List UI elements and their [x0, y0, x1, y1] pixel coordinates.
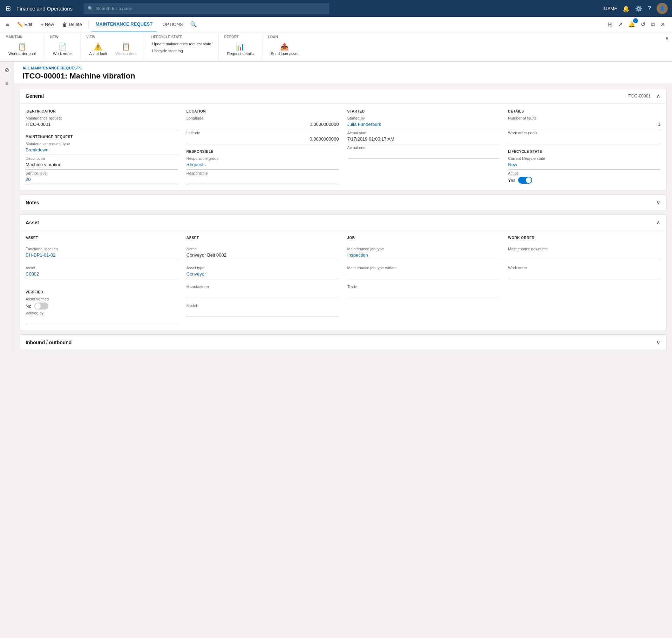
actual-start-label: Actual start	[347, 131, 500, 135]
maint-downtime-value	[508, 252, 660, 260]
ribbon-update-lifecycle[interactable]: Update maintenance request state	[151, 41, 212, 47]
asset-type-value[interactable]: Conveyor	[186, 271, 339, 279]
active-toggle[interactable]	[518, 177, 532, 184]
avatar[interactable]: 👤	[657, 3, 668, 14]
request-details-icon: 📊	[236, 42, 245, 51]
ribbon-group-new-items: 📄 Work order	[50, 41, 75, 57]
asset-form-grid: ASSET Functional location CH-BP1-01-02 A…	[26, 236, 660, 324]
asset-id-value[interactable]: C0002	[26, 271, 178, 279]
close-icon[interactable]: ✕	[659, 20, 666, 29]
notifications-icon[interactable]: 🔔	[623, 5, 630, 12]
maint-job-variant-group: Maintenance job type variant	[347, 266, 500, 279]
manufacturer-label: Manufacturer	[186, 285, 339, 289]
verified-group: VERIFIED Asset verified No	[26, 290, 178, 324]
mr-desc-value: Machine vibration	[26, 162, 178, 170]
edit-button[interactable]: ✏️ Edit	[14, 20, 36, 29]
waffle-icon[interactable]: ⊞	[4, 3, 12, 14]
new-window-icon[interactable]: ⧉	[650, 20, 656, 29]
started-group: STARTED Started by Julia Funderburk Actu…	[347, 109, 500, 159]
filter-icon[interactable]: ⊘	[2, 65, 11, 75]
search-bar[interactable]: 🔍	[84, 3, 329, 14]
asset-verified-toggle[interactable]	[34, 303, 48, 310]
ribbon-send-loan-asset[interactable]: 📤 Send loan asset	[268, 41, 301, 57]
lifecycle-state-label: LIFECYCLE STATE	[508, 150, 660, 154]
breadcrumb[interactable]: ALL MAINTENANCE REQUESTS	[22, 66, 664, 70]
hamburger-icon[interactable]: ≡	[6, 21, 9, 28]
inbound-section-header[interactable]: Inbound / outbound ∨	[20, 335, 666, 350]
asset-verified-toggle-wrapper: No	[26, 303, 178, 310]
current-lifecycle-label: Current lifecycle state	[508, 156, 660, 161]
general-section-title: General	[26, 93, 44, 99]
maintenance-request-id-label: Maintenance request	[26, 116, 178, 120]
resp-person-value	[186, 177, 339, 184]
ribbon-asset-fault[interactable]: ⚠️ Asset fault	[86, 41, 110, 57]
work-order-pools-value	[508, 136, 660, 144]
toolbar-divider	[88, 20, 89, 29]
asset-collapse-icon[interactable]: ∧	[656, 219, 660, 226]
ribbon-work-order-pool[interactable]: 📋 Work order pool	[6, 41, 39, 57]
job-col: JOB Maintenance job type Inspection Main…	[347, 236, 500, 324]
ribbon-group-maintain: MAINTAIN 📋 Work order pool	[6, 34, 45, 59]
ribbon-lifecycle-log[interactable]: Lifecycle state log	[151, 48, 212, 54]
notes-section-title: Notes	[26, 200, 39, 205]
ribbon-collapse-icon[interactable]: ∧	[665, 35, 669, 42]
general-section-id: ITCO-00001	[627, 94, 651, 99]
search-toolbar-icon[interactable]: 🔍	[190, 21, 197, 28]
asset-name-label: Name	[186, 247, 339, 251]
identification-group: IDENTIFICATION Maintenance request ITCO-…	[26, 109, 178, 129]
general-collapse-icon[interactable]: ∧	[656, 93, 660, 99]
maint-job-type-value[interactable]: Inspection	[347, 252, 500, 260]
delete-button[interactable]: 🗑 Delete	[59, 20, 86, 29]
started-by-value[interactable]: Julia Funderburk	[347, 122, 500, 129]
ribbon-work-order[interactable]: 📄 Work order	[50, 41, 75, 57]
toolbar: ≡ ✏️ Edit + New 🗑 Delete MAINTENANCE REQ…	[0, 17, 672, 32]
ribbon-group-report-items: 📊 Request details	[224, 41, 257, 57]
current-lifecycle-value[interactable]: New	[508, 162, 660, 170]
notes-section-header[interactable]: Notes ∨	[20, 195, 666, 210]
active-toggle-label: Yes	[508, 178, 515, 183]
verified-by-label: Verified by	[26, 311, 178, 315]
started-by-group: Started by Julia Funderburk	[347, 116, 500, 129]
identification-label: IDENTIFICATION	[26, 109, 178, 113]
tab-options[interactable]: OPTIONS	[158, 17, 187, 32]
notes-collapse-icon[interactable]: ∨	[656, 199, 660, 206]
location-group: LOCATION Longitude 0.0000000000 Latitude…	[186, 109, 339, 144]
notifications-badge-icon[interactable]: 🔔0	[627, 20, 637, 29]
list-icon[interactable]: ≡	[3, 78, 11, 89]
help-icon[interactable]: ?	[648, 5, 651, 12]
tab-maintenance-request[interactable]: MAINTENANCE REQUEST	[91, 17, 157, 32]
refresh-icon[interactable]: ↺	[639, 20, 647, 29]
resp-group-value[interactable]: Requests	[186, 162, 339, 170]
delete-icon: 🗑	[62, 22, 67, 27]
new-button[interactable]: + New	[37, 20, 57, 29]
settings-icon[interactable]: ⚙️	[635, 5, 642, 12]
page-header: ALL MAINTENANCE REQUESTS ITCO-00001: Mac…	[14, 62, 672, 84]
latitude-label: Latitude	[186, 131, 339, 135]
mr-type-value[interactable]: Breakdown	[26, 147, 178, 155]
functional-location-value[interactable]: CH-BP1-01-02	[26, 252, 178, 260]
ribbon-group-lifecycle-items: Update maintenance request state Lifecyc…	[151, 41, 212, 54]
resp-group-group: Responsible group Requests	[186, 156, 339, 170]
work-order-col: WORK ORDER Maintenance downtime Work ord…	[508, 236, 660, 324]
work-order-ref-value	[508, 271, 660, 279]
grid-view-icon[interactable]: ⊞	[606, 20, 614, 29]
mr-service-level-value[interactable]: 20	[26, 177, 178, 184]
open-in-new-icon[interactable]: ↗	[617, 20, 624, 29]
ribbon-work-orders: 📋 Work orders	[113, 41, 140, 57]
ribbon-group-report-label: REPORT	[224, 35, 257, 39]
page-title: ITCO-00001: Machine vibration	[22, 72, 664, 81]
active-label: Active	[508, 171, 660, 175]
asset-col2: ASSET Name Conveyor Belt 0002 Asset type…	[186, 236, 339, 324]
asset-section-header[interactable]: Asset ∧	[20, 215, 666, 230]
ribbon-request-details[interactable]: 📊 Request details	[224, 41, 257, 57]
maintenance-request-id-value: ITCO-00001	[26, 122, 178, 129]
inbound-collapse-icon[interactable]: ∨	[656, 339, 660, 346]
inbound-section: Inbound / outbound ∨	[20, 334, 666, 350]
search-input[interactable]	[96, 6, 325, 11]
work-orders-icon: 📋	[122, 42, 130, 51]
general-section-header[interactable]: General ITCO-00001 ∧	[20, 88, 666, 104]
asset-type-label: Asset type	[186, 266, 339, 270]
nav-icons: USMF 🔔 ⚙️ ? 👤	[604, 3, 668, 14]
num-faults-label: Number of faults	[508, 116, 660, 120]
ribbon-group-view-items: ⚠️ Asset fault 📋 Work orders	[86, 41, 139, 57]
